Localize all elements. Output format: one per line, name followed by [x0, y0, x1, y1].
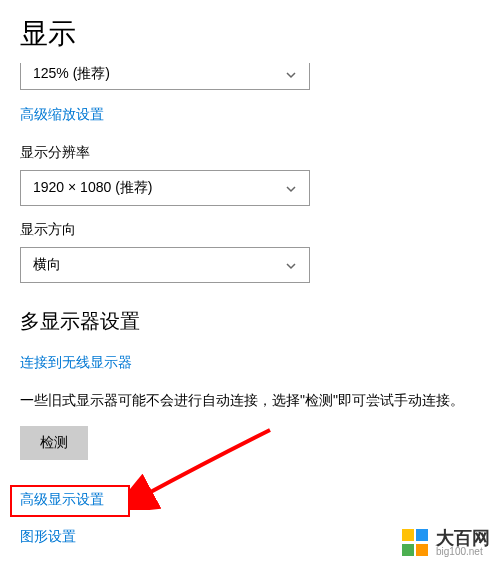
orientation-value: 横向 [33, 256, 61, 274]
multi-display-description: 一些旧式显示器可能不会进行自动连接，选择"检测"即可尝试手动连接。 [20, 390, 480, 411]
advanced-display-link[interactable]: 高级显示设置 [20, 491, 104, 509]
resolution-value: 1920 × 1080 (推荐) [33, 179, 152, 197]
resolution-label: 显示分辨率 [20, 144, 480, 162]
watermark-url: big100.net [436, 547, 490, 557]
chevron-down-icon [285, 259, 297, 271]
connect-wireless-link[interactable]: 连接到无线显示器 [20, 354, 132, 372]
watermark-title: 大百网 [436, 529, 490, 547]
orientation-label: 显示方向 [20, 221, 480, 239]
resolution-dropdown[interactable]: 1920 × 1080 (推荐) [20, 170, 310, 206]
watermark-logo-icon [402, 529, 430, 557]
multi-display-title: 多显示器设置 [20, 308, 480, 335]
chevron-down-icon [285, 68, 297, 80]
chevron-down-icon [285, 182, 297, 194]
scale-value: 125% (推荐) [33, 65, 110, 83]
advanced-scaling-link[interactable]: 高级缩放设置 [20, 106, 104, 124]
detect-button[interactable]: 检测 [20, 426, 88, 460]
scale-dropdown[interactable]: 125% (推荐) [20, 63, 310, 90]
watermark: 大百网 big100.net [402, 529, 490, 557]
page-title: 显示 [20, 15, 480, 53]
orientation-dropdown[interactable]: 横向 [20, 247, 310, 283]
graphics-settings-link[interactable]: 图形设置 [20, 528, 76, 546]
